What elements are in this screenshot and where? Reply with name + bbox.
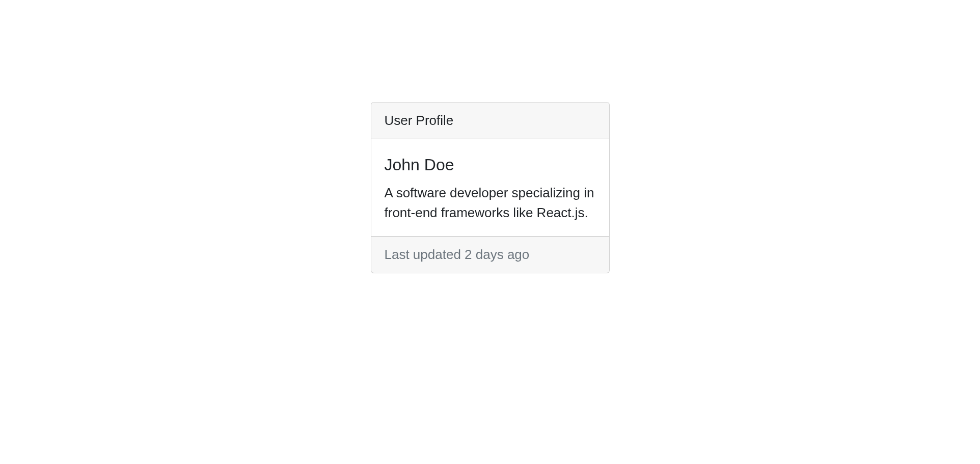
card-body: John Doe A software developer specializi… (371, 139, 609, 236)
card-footer: Last updated 2 days ago (371, 236, 609, 273)
card-text: A software developer specializing in fro… (385, 183, 596, 223)
card-header: User Profile (371, 102, 609, 139)
user-profile-card: User Profile John Doe A software develop… (371, 102, 610, 273)
card-title: John Doe (385, 152, 596, 177)
